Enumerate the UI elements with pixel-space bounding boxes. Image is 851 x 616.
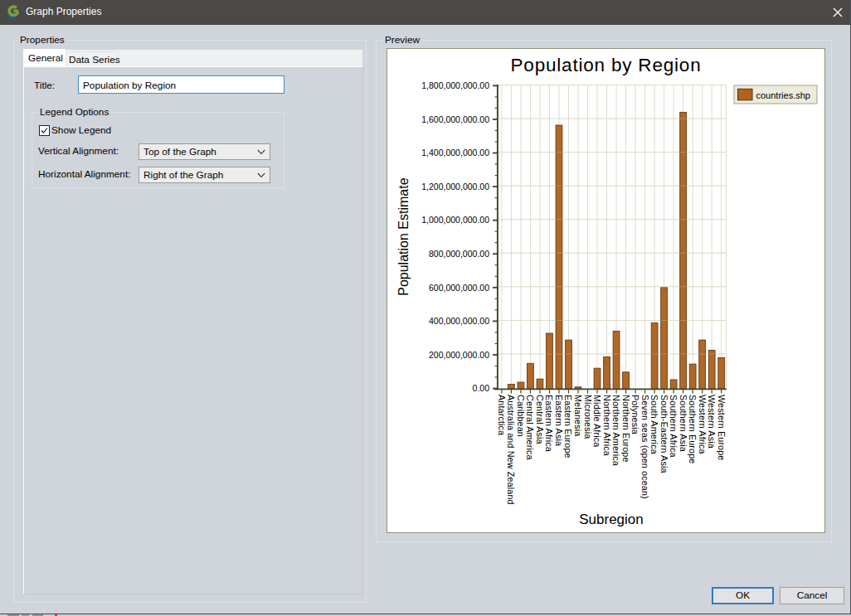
svg-text:Australia and New Zealand: Australia and New Zealand: [506, 395, 516, 505]
svg-text:Middle Africa: Middle Africa: [592, 395, 602, 447]
svg-text:400,000,000.00: 400,000,000.00: [429, 316, 489, 326]
svg-text:Northern Europe: Northern Europe: [621, 395, 631, 463]
svg-text:Eastern Africa: Eastern Africa: [544, 395, 554, 452]
svg-text:Eastern Asia: Eastern Asia: [554, 395, 564, 446]
svg-text:Population by Region: Population by Region: [511, 55, 702, 75]
svg-text:Western Europe: Western Europe: [717, 395, 727, 461]
svg-text:countries.shp: countries.shp: [756, 90, 810, 100]
svg-text:1,800,000,000.00: 1,800,000,000.00: [421, 80, 489, 90]
svg-text:Population Estimate: Population Estimate: [396, 177, 411, 295]
svg-text:200,000,000.00: 200,000,000.00: [429, 350, 489, 360]
svg-text:Central America: Central America: [525, 395, 535, 460]
svg-text:0.00: 0.00: [473, 383, 490, 393]
svg-text:Antarctica: Antarctica: [497, 395, 507, 435]
svg-text:Western Asia: Western Asia: [707, 395, 717, 449]
svg-text:600,000,000.00: 600,000,000.00: [429, 283, 489, 293]
svg-text:Seven seas (open ocean): Seven seas (open ocean): [640, 395, 650, 499]
svg-text:800,000,000.00: 800,000,000.00: [429, 249, 489, 259]
svg-text:1,600,000,000.00: 1,600,000,000.00: [421, 114, 489, 124]
svg-text:Polynesia: Polynesia: [630, 395, 640, 434]
svg-text:Eastern Europe: Eastern Europe: [563, 395, 573, 458]
svg-text:Northern Africa: Northern Africa: [602, 395, 612, 456]
svg-text:Subregion: Subregion: [579, 512, 644, 527]
svg-text:Micronesia: Micronesia: [583, 395, 593, 439]
svg-text:Melanesia: Melanesia: [573, 395, 583, 436]
svg-text:1,000,000,000.00: 1,000,000,000.00: [421, 215, 489, 225]
svg-text:1,400,000,000.00: 1,400,000,000.00: [421, 148, 489, 158]
svg-text:1,200,000,000.00: 1,200,000,000.00: [421, 182, 489, 192]
svg-text:South-Eastern Asia: South-Eastern Asia: [659, 395, 669, 473]
svg-text:Western Africa: Western Africa: [698, 395, 708, 454]
svg-text:South America: South America: [649, 395, 659, 454]
svg-text:Caribbean: Caribbean: [516, 395, 526, 437]
svg-text:Central Asia: Central Asia: [535, 395, 545, 444]
svg-text:Southern Europe: Southern Europe: [688, 395, 698, 463]
svg-text:Southern Africa: Southern Africa: [669, 395, 678, 458]
svg-text:Northern America: Northern America: [611, 395, 621, 466]
svg-text:Southern Asia: Southern Asia: [678, 395, 688, 452]
